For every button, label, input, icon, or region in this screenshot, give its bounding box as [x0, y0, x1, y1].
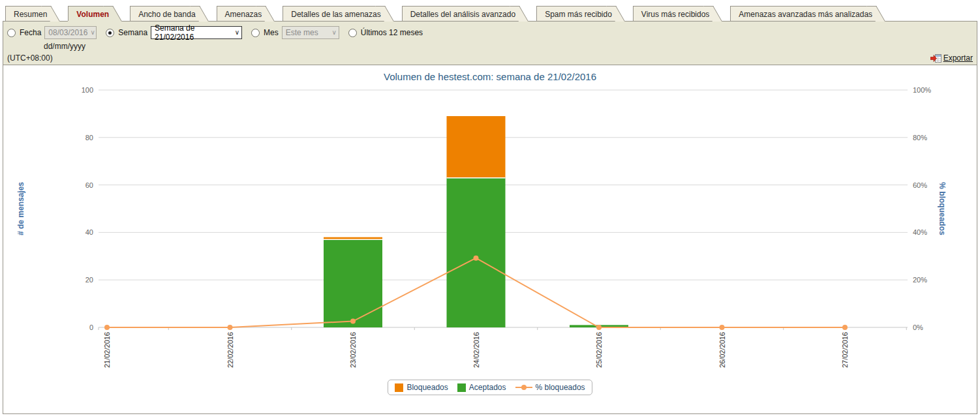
svg-text:0%: 0% [913, 323, 923, 331]
tab-label: Virus más recibidos [641, 10, 712, 19]
svg-text:40%: 40% [913, 228, 927, 236]
legend-item-bloqueados: Bloqueados [395, 383, 448, 392]
svg-text:20: 20 [85, 276, 93, 284]
timezone-label: (UTC+08:00) [7, 53, 53, 63]
tab-amenazas-avanzadas-mas-analizadas[interactable]: Amenazas avanzadas más analizadas [730, 6, 876, 21]
svg-text:25/02/2016: 25/02/2016 [595, 332, 603, 368]
svg-text:23/02/2016: 23/02/2016 [349, 332, 357, 368]
legend-item-bloqueados: % bloqueados [515, 383, 585, 392]
svg-text:27/02/2016: 27/02/2016 [841, 332, 849, 368]
svg-text:0: 0 [89, 323, 93, 331]
svg-text:60: 60 [85, 181, 93, 189]
tab-detalles-del-analisis-avanzado[interactable]: Detalles del análisis avanzado [402, 6, 519, 21]
mes-label: Mes [264, 28, 279, 37]
date-format-hint: dd/mm/yyyy [44, 42, 85, 51]
tab-label: Detalles del análisis avanzado [410, 10, 518, 19]
legend-label: Aceptados [469, 383, 506, 392]
legend-line-marker [515, 384, 532, 391]
tab-label: Amenazas [225, 10, 265, 19]
ultimos-12-meses-radio-group[interactable]: Últimos 12 meses [348, 28, 426, 37]
tab-detalles-de-las-amenazas[interactable]: Detalles de las amenazas [283, 6, 384, 21]
filter-panel: Fecha 08/03/2016 ∨ Semana Semana de 21/0… [3, 22, 977, 65]
svg-text:22/02/2016: 22/02/2016 [226, 332, 234, 368]
fecha-select[interactable]: 08/03/2016 ∨ [44, 26, 97, 39]
volume-chart: 00%2020%4040%6060%8080%100100%21/02/2016… [3, 87, 976, 380]
ultimos-12-meses-label: Últimos 12 meses [361, 28, 423, 37]
mes-radio[interactable] [251, 29, 260, 37]
fecha-select-value: 08/03/2016 [48, 28, 87, 37]
chart-section: Volumen de hestest.com: semana de 21/02/… [3, 65, 977, 413]
tab-amenazas[interactable]: Amenazas [217, 6, 266, 21]
tab-resumen[interactable]: Resumen [5, 6, 51, 21]
legend-item-aceptados: Aceptados [457, 383, 506, 392]
chart-legend: BloqueadosAceptados% bloqueados [3, 380, 977, 395]
svg-text:26/02/2016: 26/02/2016 [718, 332, 726, 368]
svg-text:% bloqueados: % bloqueados [938, 182, 947, 235]
svg-text:100%: 100% [913, 87, 931, 94]
semana-radio-group[interactable]: Semana [106, 28, 151, 37]
mes-radio-group[interactable]: Mes [251, 28, 282, 37]
semana-select[interactable]: Semana de 21/02/2016 ∨ [151, 26, 242, 39]
svg-text:40: 40 [85, 228, 93, 236]
svg-text:20%: 20% [913, 276, 927, 284]
page: ResumenVolumenAncho de bandaAmenazasDeta… [0, 3, 980, 420]
semana-select-value: Semana de 21/02/2016 [155, 23, 232, 42]
legend-swatch-bloqueados [395, 383, 403, 392]
svg-text:60%: 60% [913, 181, 927, 189]
fecha-radio-group[interactable]: Fecha [7, 28, 44, 37]
legend-label: Bloqueados [406, 383, 448, 392]
tab-bar: ResumenVolumenAncho de bandaAmenazasDeta… [5, 3, 980, 21]
tab-spam-mas-recibido[interactable]: Spam más recibido [536, 6, 616, 21]
svg-text:24/02/2016: 24/02/2016 [472, 332, 480, 368]
legend-swatch-aceptados [457, 383, 466, 392]
tab-label: Spam más recibido [545, 10, 615, 19]
fecha-radio[interactable] [7, 29, 16, 37]
volume-chart-svg: 00%2020%4040%6060%8080%100100%21/02/2016… [4, 87, 975, 380]
svg-text:80%: 80% [913, 134, 927, 142]
export-label: Exportar [943, 53, 973, 63]
mes-select[interactable]: Este mes ∨ [282, 26, 339, 39]
tab-label: Volumen [76, 10, 112, 19]
chevron-down-icon: ∨ [232, 29, 239, 36]
tab-volumen[interactable]: Volumen [68, 6, 113, 21]
mes-select-value: Este mes [286, 28, 318, 37]
semana-radio[interactable] [106, 29, 114, 37]
export-link[interactable]: Exportar [930, 53, 973, 63]
svg-text:80: 80 [85, 134, 93, 142]
tab-label: Ancho de banda [138, 10, 198, 19]
legend-label: % bloqueados [536, 383, 585, 392]
tab-label: Amenazas avanzadas más analizadas [739, 10, 875, 19]
semana-label: Semana [118, 28, 147, 37]
fecha-label: Fecha [20, 28, 41, 37]
main-panel: Fecha 08/03/2016 ∨ Semana Semana de 21/0… [3, 21, 977, 414]
tab-virus-mas-recibidos[interactable]: Virus más recibidos [633, 6, 713, 21]
svg-text:# de mensajes: # de mensajes [16, 182, 25, 235]
ultimos-12-meses-radio[interactable] [348, 29, 357, 37]
export-icon [930, 54, 942, 63]
chevron-down-icon: ∨ [329, 29, 336, 36]
svg-text:100: 100 [82, 87, 93, 94]
svg-text:21/02/2016: 21/02/2016 [103, 332, 111, 368]
chart-title: Volumen de hestest.com: semana de 21/02/… [3, 69, 977, 87]
chevron-down-icon: ∨ [87, 29, 95, 36]
tab-label: Detalles de las amenazas [291, 10, 383, 19]
filter-row: Fecha 08/03/2016 ∨ Semana Semana de 21/0… [7, 25, 973, 40]
tab-ancho-de-banda[interactable]: Ancho de banda [130, 6, 199, 21]
legend-box: BloqueadosAceptados% bloqueados [388, 380, 592, 395]
tab-label: Resumen [14, 10, 50, 19]
